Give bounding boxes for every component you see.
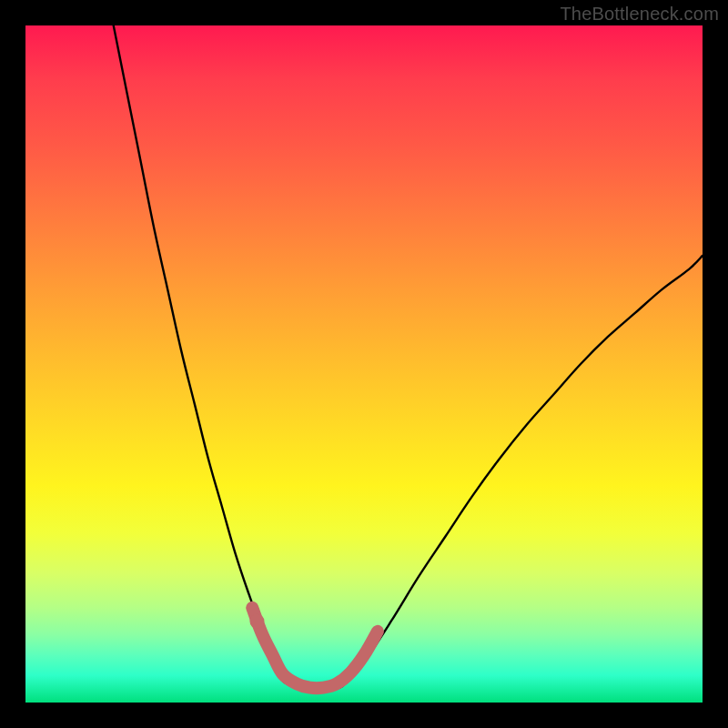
plot-area <box>25 25 703 703</box>
accent-curve <box>252 608 378 688</box>
main-curve <box>114 25 703 690</box>
accent-dot <box>249 614 264 629</box>
chart-frame: TheBottleneck.com <box>0 0 728 728</box>
curve-layer <box>25 25 703 703</box>
watermark-text: TheBottleneck.com <box>560 4 719 25</box>
